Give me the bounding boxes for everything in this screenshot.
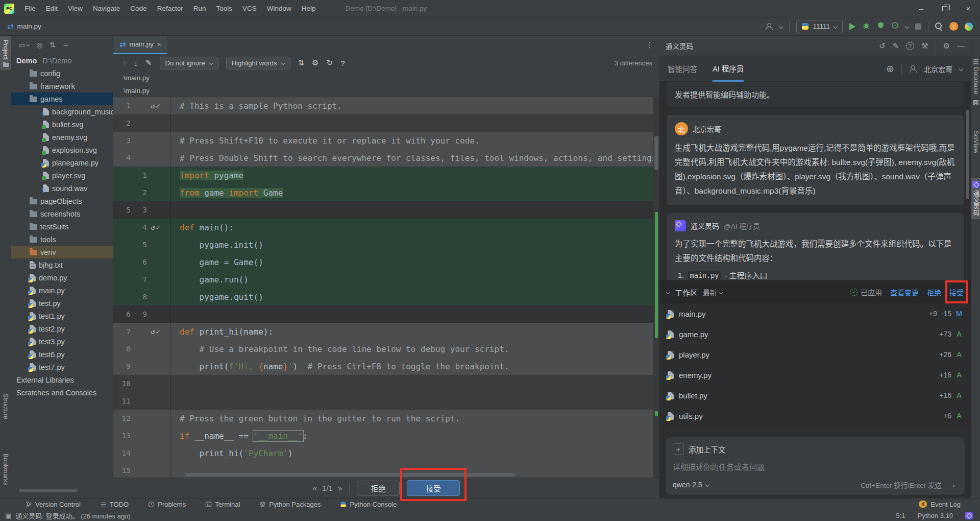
view-options-icon[interactable]: ▭ [18,41,29,49]
workspace-file-row[interactable]: game.py+73A [659,324,971,344]
workspace-accept-link[interactable]: 接受 [949,289,964,297]
previous-change-icon[interactable]: ↑ [122,59,127,67]
coverage-button[interactable] [877,21,885,31]
chat-scrollbar[interactable] [966,110,969,199]
account-name[interactable]: 北京宏哥 [924,64,952,74]
tree-item[interactable]: planegame.py [11,156,113,169]
new-session-icon[interactable]: ⊕ [886,63,894,75]
expand-all-icon[interactable]: ⇅ [50,41,56,49]
help-icon[interactable]: ? [340,59,345,67]
chat-area[interactable]: 发者提供智能编码辅助功能。 北 北京宏哥 生成飞机大战游戏完整代码,用pygam… [659,82,971,280]
toolwindow-terminal[interactable]: Terminal [205,501,240,508]
new-chat-icon[interactable]: ✎ [893,41,899,51]
locate-file-icon[interactable]: ◎ [36,41,42,49]
debug-button[interactable] [862,21,870,32]
lingma-status-icon[interactable] [965,512,973,519]
tree-item[interactable]: games [11,92,113,105]
workspace-file-row[interactable]: utils.py+6A [659,406,971,426]
tab-main-py[interactable]: ⇄ main.py × [113,36,167,54]
tree-item[interactable]: explosion.svg [11,144,113,156]
tree-item[interactable]: Scratches and Consoles [11,386,113,399]
tool-stripe-database[interactable]: Database [971,59,980,94]
user-account-icon[interactable] [765,23,773,30]
run-button[interactable] [849,23,855,30]
workspace-latest-select[interactable]: 最新 [703,287,723,297]
tree-item[interactable]: framework [11,80,113,92]
next-diff-button[interactable]: » [338,484,342,492]
diff-marker-bar[interactable] [653,97,659,478]
add-context-button[interactable]: + 添加上下文 [673,443,958,455]
menu-vcs[interactable]: VCS [237,5,262,12]
more-options-icon[interactable]: ⋮ [646,40,653,50]
revert-checkmark-icon[interactable]: ↺✓ [147,223,167,231]
tree-item[interactable]: sound.wav [11,182,113,195]
toolwindow-version-control[interactable]: Version Control [26,501,81,508]
editor-hscrollbar[interactable] [185,473,515,477]
diff-code[interactable]: 1↺✓# This is a sample Python script.23# … [113,97,653,478]
reject-button[interactable]: 拒绝 [357,481,400,495]
event-log-button[interactable]: Event Log [930,501,961,508]
model-select[interactable]: qwen-2.5 [673,481,709,489]
tab-smart-qa[interactable]: 智能问答 [668,56,697,82]
tree-item[interactable]: pageObjects [11,195,113,207]
edit-icon[interactable]: ✎ [145,58,152,67]
toolwindow-todo[interactable]: TODO [100,501,129,508]
tree-item[interactable]: bjhg.txt [11,258,113,271]
run-configuration-select[interactable]: 11111 [796,20,843,33]
minimize-button[interactable]: – [910,0,933,17]
tree-item[interactable]: test.py [11,297,113,310]
chat-input[interactable]: + 添加上下文 详细描述你的任务或者问题 qwen-2.5 Ctrl+Enter… [666,437,965,495]
lingma-toolbar-icon[interactable] [965,22,973,31]
workspace-file-row[interactable]: player.py+26A [659,344,971,365]
menu-run[interactable]: Run [188,5,211,12]
toolwindow-python-console[interactable]: Python Console [340,501,397,508]
breadcrumb[interactable]: main.py [17,22,41,30]
workspace-file-row[interactable]: bullet.py+16A [659,385,971,406]
collapse-all-icon[interactable]: ∸ [63,41,69,49]
send-icon[interactable]: → [948,480,957,490]
toolwindow-problems[interactable]: Problems [148,501,186,508]
tool-stripe-sciview[interactable]: SciView [971,131,980,153]
tree-item[interactable]: External Libraries [11,373,113,386]
menu-help[interactable]: Help [297,5,321,12]
toolwindow-python-packages[interactable]: Python Packages [259,501,321,508]
workspace-file-row[interactable]: enemy.py+16A [659,365,971,385]
tools-icon[interactable]: ⚒ [921,41,928,51]
tab-ai-programmer[interactable]: AI 程序员 [713,56,744,82]
ignore-policy-select[interactable]: Do not ignore [160,57,218,69]
sync-scroll-icon[interactable]: ↻ [327,58,333,67]
next-change-icon[interactable]: ↓ [134,59,138,67]
tree-item[interactable]: testSuits [11,220,113,233]
menu-tools[interactable]: Tools [211,5,237,12]
menu-code[interactable]: Code [125,5,152,12]
menu-file[interactable]: File [19,5,41,12]
tool-stripe-project[interactable]: Project [0,36,11,70]
close-icon[interactable]: × [157,40,161,49]
view-changes-link[interactable]: 查看变更 [890,287,919,297]
tree-item[interactable]: test7.py [11,361,113,373]
menu-edit[interactable]: Edit [41,5,63,12]
history-icon[interactable]: ↺ [879,41,886,51]
tool-stripe-grid[interactable] [971,100,980,105]
menu-window[interactable]: Window [262,5,297,12]
tree-item[interactable]: test1.py [11,310,113,322]
revert-checkmark-icon[interactable]: ↺✓ [147,327,167,336]
caret-position[interactable]: 5:1 [896,512,905,519]
update-icon[interactable]: ↑ [949,22,958,31]
profiler-button[interactable] [891,21,899,31]
tree-item[interactable]: DemoD:\Demo [11,54,113,67]
menu-refactor[interactable]: Refactor [152,5,188,12]
collapse-unchanged-icon[interactable]: ⇅ [298,58,305,67]
tree-item[interactable]: test2.py [11,322,113,335]
tool-stripe-bookmarks[interactable]: Bookmarks [2,454,9,486]
menu-navigate[interactable]: Navigate [88,5,125,12]
menu-view[interactable]: View [63,5,88,12]
tool-stripe-structure[interactable]: Structure [2,393,9,419]
tree-item[interactable]: enemy.svg [11,131,113,144]
collapse-icon[interactable] [666,290,670,294]
toolwindow-toggle-icon[interactable]: ▣ [5,512,11,519]
workspace-reject-link[interactable]: 拒绝 [927,287,941,297]
workspace-file-row[interactable]: main.py+9-15M [659,303,971,324]
tool-stripe-lingma[interactable]: 通义灵码 [971,178,980,219]
search-everywhere-icon[interactable] [935,22,943,30]
